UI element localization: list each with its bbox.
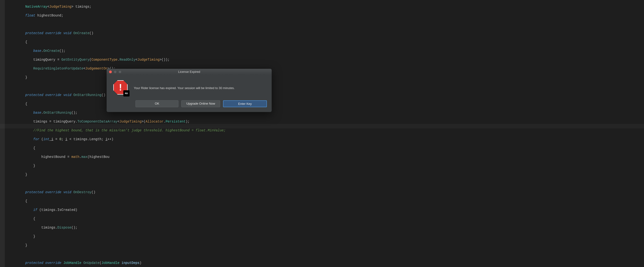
code-token: float bbox=[25, 14, 35, 18]
code-token: (timings.IsCreated) bbox=[39, 208, 78, 212]
code-token: RequireSingletonForUpdate bbox=[34, 67, 84, 71]
code-token: < bbox=[117, 120, 119, 123]
code-token: JudgeTiming bbox=[49, 5, 71, 9]
code-token: { bbox=[34, 146, 35, 150]
code-token: ( bbox=[41, 137, 43, 141]
code-token: ) bbox=[140, 261, 142, 265]
code-token: < timings.Length; bbox=[68, 137, 106, 141]
code-editor[interactable]: NativeArray<JudgeTiming> timings; float … bbox=[5, 0, 644, 267]
code-token: { bbox=[25, 40, 27, 44]
code-token: OnDestroy bbox=[74, 190, 92, 194]
code-token: highestBound = bbox=[41, 155, 71, 159]
close-icon[interactable] bbox=[109, 71, 112, 73]
ok-button[interactable]: OK bbox=[136, 100, 178, 107]
code-token: ++) bbox=[108, 137, 114, 141]
code-token: timings = timingQuery. bbox=[34, 120, 78, 123]
code-token: protected override void bbox=[25, 93, 74, 97]
code-token: OnCreate bbox=[74, 31, 90, 35]
code-token: ComponentType bbox=[91, 58, 117, 62]
editor-gutter bbox=[0, 0, 5, 267]
code-token: { bbox=[34, 217, 35, 221]
code-token: (highestBou bbox=[87, 155, 109, 159]
code-token: NativeArray bbox=[25, 5, 47, 9]
code-token: max bbox=[81, 155, 87, 159]
code-token: } bbox=[34, 234, 35, 238]
code-token: . bbox=[80, 155, 81, 159]
code-token: () bbox=[101, 93, 106, 97]
code-token: OnStartRunning bbox=[74, 93, 102, 97]
rider-badge-icon: RD bbox=[123, 90, 130, 97]
code-token: OnStartRunning bbox=[44, 111, 72, 115]
code-token: Persistent bbox=[166, 120, 186, 123]
code-token: = bbox=[54, 137, 60, 141]
code-token: Allocator bbox=[146, 120, 164, 123]
code-token: () bbox=[90, 31, 94, 35]
code-token: ); bbox=[186, 120, 190, 123]
code-token: timings. bbox=[41, 226, 57, 229]
upgrade-online-button[interactable]: Upgrade Online Now bbox=[181, 100, 220, 107]
minimize-icon bbox=[114, 71, 117, 73]
code-comment: //Find the highest bound, that is the mi… bbox=[34, 128, 226, 132]
code-token: int bbox=[44, 137, 49, 141]
code-token: < bbox=[136, 58, 138, 62]
code-token: highestBound; bbox=[35, 14, 64, 18]
code-token: > timings; bbox=[71, 5, 91, 9]
code-token: inputDeps bbox=[120, 261, 140, 265]
code-token: < bbox=[84, 67, 86, 71]
code-token: . bbox=[41, 49, 43, 53]
code-token: { bbox=[25, 102, 27, 106]
code-token: (); bbox=[71, 226, 77, 229]
code-token: { bbox=[25, 199, 27, 203]
code-token: . bbox=[164, 120, 166, 123]
stop-sign-icon: ! RD bbox=[113, 80, 128, 96]
code-token: } bbox=[25, 243, 27, 247]
code-token: if bbox=[34, 208, 39, 212]
code-token: base bbox=[34, 49, 42, 53]
code-token: >()); bbox=[160, 58, 170, 62]
code-token: (); bbox=[71, 111, 77, 115]
code-token: Dispose bbox=[57, 226, 71, 229]
dialog-button-row: OK Upgrade Online Now Enter Key bbox=[106, 98, 272, 112]
code-token: JobHandle bbox=[101, 261, 120, 265]
license-expired-dialog: License Expired ! RD Your Rider license … bbox=[106, 69, 272, 112]
maximize-icon bbox=[118, 71, 122, 73]
code-token: JudgeTiming bbox=[120, 120, 142, 123]
code-token: GetEntityQuery bbox=[61, 58, 90, 62]
code-token: for bbox=[34, 137, 42, 141]
dialog-title: License Expired bbox=[106, 70, 272, 74]
code-token: timingQuery = bbox=[34, 58, 62, 62]
code-token: . bbox=[117, 58, 119, 62]
code-token: i bbox=[65, 137, 67, 141]
code-token: OnUpdate bbox=[84, 261, 100, 265]
enter-key-button[interactable]: Enter Key bbox=[223, 100, 267, 107]
code-token: ReadOnly bbox=[120, 58, 136, 62]
code-token: ; bbox=[61, 137, 65, 141]
dialog-body: ! RD Your Rider license has expired. You… bbox=[106, 75, 272, 98]
code-token: JobHandle bbox=[64, 261, 84, 265]
code-token: JudgeTiming bbox=[138, 58, 160, 62]
code-token: OnCreate bbox=[44, 49, 60, 53]
code-token: protected override bbox=[25, 261, 64, 265]
code-token: ToComponentDataArray bbox=[77, 120, 117, 123]
code-token: () bbox=[91, 190, 96, 194]
code-token: ( bbox=[90, 58, 91, 62]
code-token: protected override void bbox=[25, 31, 74, 35]
code-token: } bbox=[34, 164, 35, 168]
code-token: . bbox=[41, 111, 43, 115]
code-token: i bbox=[106, 137, 107, 141]
code-token: } bbox=[25, 76, 27, 79]
dialog-message: Your Rider license has expired. Your ses… bbox=[134, 86, 235, 90]
code-token: base bbox=[34, 111, 42, 115]
window-controls bbox=[106, 71, 122, 73]
code-token: math bbox=[71, 155, 80, 159]
code-token: >( bbox=[142, 120, 146, 123]
code-token: } bbox=[25, 173, 27, 176]
code-token: (); bbox=[60, 49, 65, 53]
code-token: JudgementOn bbox=[86, 67, 107, 71]
dialog-titlebar[interactable]: License Expired bbox=[106, 69, 272, 75]
code-token: i bbox=[49, 137, 54, 141]
code-token: protected override void bbox=[25, 190, 74, 194]
